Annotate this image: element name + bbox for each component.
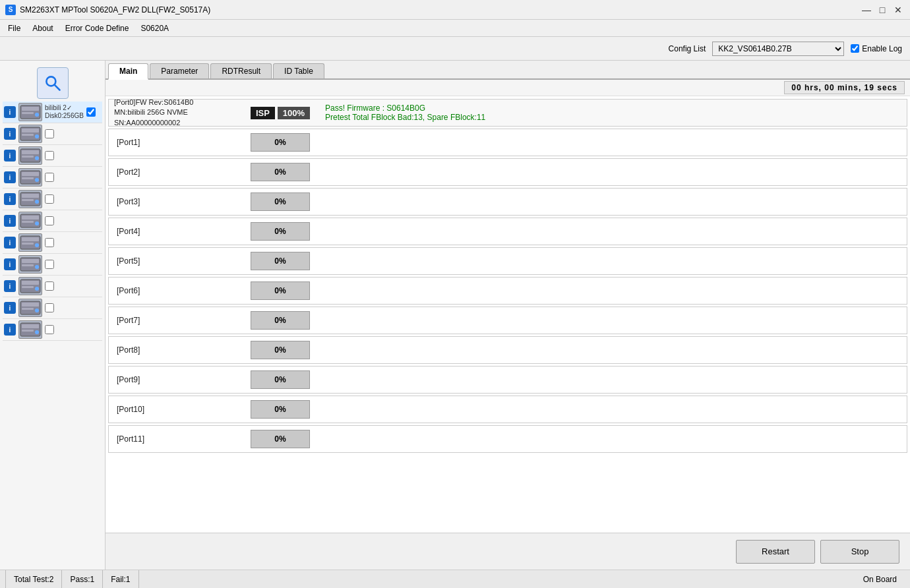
search-icon-button[interactable] (37, 67, 69, 99)
tab-parameter[interactable]: Parameter (150, 63, 209, 78)
device-row-10[interactable]: i (3, 319, 102, 341)
device-checkbox-7[interactable] (45, 260, 54, 269)
port-11-label: [Port11] (109, 434, 241, 444)
device-info-button-3[interactable]: i (4, 171, 16, 183)
port-4-label: [Port4] (109, 227, 241, 236)
port-10-label: [Port10] (109, 405, 241, 414)
device-name-0: bilibili 2✓ (45, 104, 84, 112)
device-checkbox-4[interactable] (45, 194, 54, 204)
device-checkbox-10[interactable] (45, 325, 54, 334)
device-row-4[interactable]: i (3, 189, 102, 210)
device-row-0[interactable]: i bilibili 2✓ Disk0:256GB (3, 102, 102, 123)
maximize-button[interactable]: □ (876, 3, 889, 16)
menu-s0620a[interactable]: S0620A (135, 22, 174, 34)
minimize-button[interactable]: — (860, 3, 873, 16)
port-0-sn: SN:AA00000000002 (114, 118, 241, 128)
device-checkbox-6[interactable] (45, 238, 54, 247)
tab-main[interactable]: Main (108, 63, 148, 80)
main-panel: Main Parameter RDTResult ID Table 00 hrs… (106, 61, 910, 570)
content-area: i bilibili 2✓ Disk0:256GB i (0, 61, 910, 570)
device-label-0: bilibili 2✓ Disk0:256GB (45, 104, 84, 120)
device-drive-icon-3 (20, 170, 41, 185)
port-6-label: [Port6] (109, 286, 241, 295)
device-icon-7 (18, 255, 42, 274)
device-info-button-6[interactable]: i (4, 237, 16, 249)
port-row-0: [Port0]FW Rev:S0614B0 MN:bilibili 256G N… (108, 99, 907, 127)
device-info-button-1[interactable]: i (4, 128, 16, 140)
device-checkbox-1[interactable] (45, 129, 54, 138)
port-3-progress-container: 0% (241, 192, 320, 211)
device-row-1[interactable]: i (3, 123, 102, 145)
port-list: [Port0]FW Rev:S0614B0 MN:bilibili 256G N… (106, 96, 910, 533)
device-info-button-8[interactable]: i (4, 280, 16, 292)
bottom-bar: Restart Stop (106, 533, 910, 570)
enable-log-checkbox[interactable] (851, 44, 859, 53)
enable-log-label: Enable Log (862, 44, 902, 53)
close-button[interactable]: ✕ (892, 3, 905, 16)
svg-point-21 (35, 200, 39, 204)
device-checkbox-9[interactable] (45, 303, 54, 312)
device-icon-5 (18, 212, 42, 230)
port-11-progress: 0% (251, 430, 310, 448)
port-11-progress-container: 0% (241, 430, 320, 448)
device-checkbox-5[interactable] (45, 216, 54, 225)
device-info-button-5[interactable]: i (4, 215, 16, 227)
tab-rdtresult[interactable]: RDTResult (210, 63, 272, 78)
device-checkbox-0[interactable] (86, 107, 96, 117)
svg-point-33 (35, 265, 39, 269)
device-row-6[interactable]: i (3, 232, 102, 254)
svg-rect-20 (22, 199, 34, 201)
svg-rect-44 (22, 330, 34, 332)
device-info-button-0[interactable]: i (4, 106, 16, 118)
status-onboard: On Board (855, 575, 905, 584)
device-drive-icon-5 (20, 214, 41, 228)
device-row-2[interactable]: i (3, 145, 102, 167)
tab-id-table[interactable]: ID Table (273, 63, 324, 78)
svg-point-45 (35, 330, 39, 334)
device-info-button-2[interactable]: i (4, 150, 16, 162)
status-pass: Pass:1 (62, 570, 103, 588)
app-icon: S (5, 5, 16, 15)
svg-rect-15 (22, 172, 39, 176)
configbar: Config List KK2_VS0614B0.27B Enable Log (0, 37, 910, 61)
device-info-button-9[interactable]: i (4, 302, 16, 314)
device-row-9[interactable]: i (3, 297, 102, 319)
config-list-select[interactable]: KK2_VS0614B0.27B (712, 42, 844, 56)
device-row-5[interactable]: i (3, 210, 102, 232)
app-body: Config List KK2_VS0614B0.27B Enable Log (0, 37, 910, 588)
svg-rect-24 (22, 221, 34, 223)
port-row-1: [Port1] 0% (108, 129, 907, 156)
port-7-progress: 0% (251, 311, 310, 330)
restart-button[interactable]: Restart (736, 540, 815, 564)
svg-point-5 (35, 113, 39, 117)
menu-file[interactable]: File (3, 22, 26, 34)
device-row-7[interactable]: i (3, 254, 102, 276)
device-drive-icon-10 (20, 322, 41, 337)
port-0-result: Pass! Firmware : S0614B0GPretest Total F… (320, 103, 907, 122)
device-row-3[interactable]: i (3, 167, 102, 189)
svg-line-1 (54, 85, 59, 90)
device-icon-1 (18, 125, 42, 143)
svg-point-9 (35, 134, 39, 138)
menu-about[interactable]: About (27, 22, 58, 34)
svg-rect-39 (22, 303, 39, 307)
svg-point-25 (35, 221, 39, 225)
device-icon-2 (18, 146, 42, 165)
device-row-8[interactable]: i (3, 276, 102, 297)
port-0-mn: MN:bilibili 256G NVME (114, 107, 241, 117)
stop-button[interactable]: Stop (820, 540, 899, 564)
device-drive-icon-2 (20, 148, 41, 163)
menu-error-code-define[interactable]: Error Code Define (60, 22, 135, 34)
device-checkbox-8[interactable] (45, 281, 54, 291)
port-9-progress: 0% (251, 370, 310, 389)
status-fail: Fail:1 (103, 570, 138, 588)
svg-rect-35 (22, 281, 39, 285)
device-checkbox-3[interactable] (45, 173, 54, 182)
device-disk-0: Disk0:256GB (45, 112, 84, 120)
tabs-bar: Main Parameter RDTResult ID Table (106, 61, 910, 80)
device-checkbox-2[interactable] (45, 151, 54, 160)
device-info-button-7[interactable]: i (4, 258, 16, 270)
device-info-button-4[interactable]: i (4, 193, 16, 205)
device-info-button-10[interactable]: i (4, 324, 16, 336)
search-icon (44, 74, 62, 92)
